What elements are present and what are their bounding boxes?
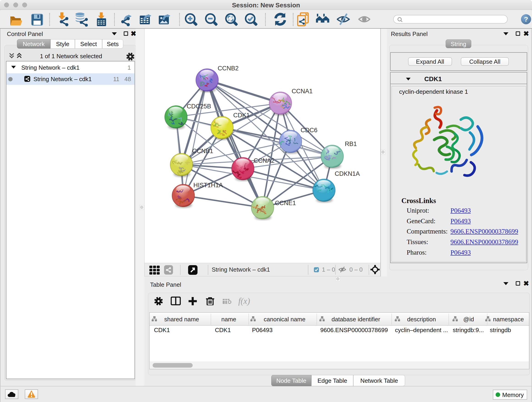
svg-text:CDC6: CDC6 [301,127,317,134]
svg-text:RB1: RB1 [345,140,357,147]
svg-text:CCNB1: CCNB1 [192,148,213,154]
svg-text:CCNE1: CCNE1 [275,200,296,206]
svg-text:CCNB2: CCNB2 [218,65,239,72]
svg-text:CCNA2: CCNA2 [254,157,275,164]
svg-text:CDC25B: CDC25B [187,103,211,110]
svg-text:CDK1: CDK1 [233,112,250,119]
svg-text:CCNA1: CCNA1 [292,88,313,95]
svg-text:CDKN1A: CDKN1A [335,170,360,177]
svg-text:HIST1H1A: HIST1H1A [193,182,223,189]
